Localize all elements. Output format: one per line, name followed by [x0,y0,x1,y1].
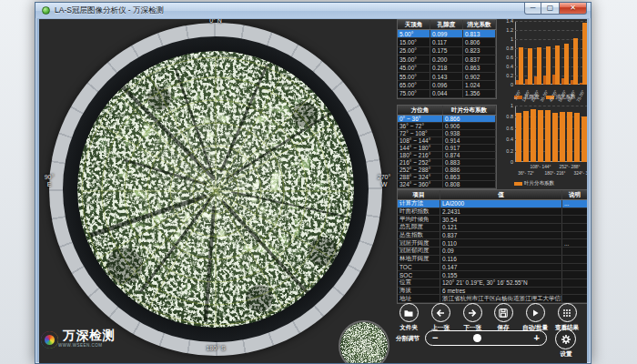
table-row[interactable]: 36° ~ 72°0.906 [398,123,496,130]
close-button[interactable]: ✕ [559,3,587,15]
table-row[interactable]: 位置120° 21' 0.19"E, 30° 16' 52.55"N [398,279,587,288]
brand-logo: 万深检测 WWW.WSEEN.COM [41,329,116,349]
bar [581,116,586,162]
column-header[interactable]: 值 [440,190,562,199]
table-cell: 平均叶倾角 [398,216,440,223]
table-row[interactable]: 林地开阔度0.116 [398,256,587,264]
table-cell: 0.938 [443,130,496,136]
y-tick-label: 1 [503,103,513,108]
table-row[interactable]: 216° ~ 252°0.883 [398,159,496,167]
table-row[interactable]: 地址浙江省杭州市江干区白杨街道浙江理工大学信勤南路 [398,295,587,303]
bar [519,47,523,85]
table-row[interactable]: 冠层开阔度0.110... [398,239,587,248]
table-row[interactable]: 总孔隙度0.121 [398,224,587,232]
table-cell: 0.837 [463,56,496,63]
slider-minus[interactable]: − [432,331,438,344]
table-cell: 0.121 [440,224,562,231]
y-tick-label: 1 [503,36,513,42]
table-cell: 0.096 [430,81,463,88]
table-cell [562,279,587,287]
table-row[interactable]: SOC0.155 [398,271,587,279]
table-row[interactable]: 叶面积指数2.2431 [398,208,587,217]
bar [516,113,521,162]
table-cell: 5.00° [398,30,430,37]
minimize-button[interactable]: ─ [524,3,541,15]
table-row[interactable]: 冠层郁闭度0.09 [398,248,587,256]
fisheye-canopy-image[interactable] [77,51,354,328]
table-cell: 0.200 [430,56,463,63]
slider-handle[interactable] [473,334,481,342]
column-header[interactable]: 说明 [562,190,587,199]
save-button[interactable]: 保存 [488,303,519,332]
azimuth-table: 方位角叶片分布系数0° ~ 36°0.86636° ~ 72°0.90672° … [397,105,497,189]
y-tick-label: 0.2 [503,73,513,78]
table-row[interactable]: 72° ~ 108°0.938 [398,130,496,137]
table-cell [562,264,587,271]
parameters-table: 项目值说明计算方法LAI2000...叶面积指数2.2431平均叶倾角30.54… [397,189,587,304]
x-tick-label: 324°- 360° [574,171,587,176]
table-row[interactable]: 288° ~ 324°0.863 [398,174,496,181]
slider-label: 分割调节 [396,335,420,343]
table-row[interactable]: 65.00°0.0961.024 [398,81,496,89]
table-row[interactable]: 15.00°0.1170.806 [398,38,496,46]
table-cell: 叶面积指数 [398,208,440,216]
table-cell: 0.806 [463,38,496,46]
titlebar[interactable]: LA-S冠层图像分析仪 - 万深检测 ─ ▢ ✕ [35,3,591,18]
column-header[interactable]: 消光系数 [463,20,496,29]
table-row[interactable]: 55.00°0.1430.902 [398,73,496,81]
table-row[interactable]: 252° ~ 288°0.886 [398,167,496,174]
table-row[interactable]: 144° ~ 180°0.917 [398,145,496,152]
table-cell: 0.863 [443,174,496,180]
previous-button[interactable]: 上一张 [425,303,456,332]
table-row[interactable]: 75.00°0.0441.356 [398,90,496,98]
table-row[interactable]: 108° ~ 144°0.914 [398,137,496,145]
bar [546,46,551,85]
settings-button[interactable] [555,329,576,349]
table-row[interactable]: 0° ~ 36°0.866 [398,116,496,123]
column-header[interactable]: 方位角 [398,106,443,115]
table-cell: 55.00° [398,73,430,80]
table-cell: 冠层开阔度 [398,239,440,247]
table-row[interactable]: 5.00°0.0990.813 [398,30,496,38]
compass-label-east: 90°E [39,174,63,188]
auto-batch-button[interactable]: 自动/批量 [520,303,551,332]
table-row[interactable]: 35.00°0.2000.837 [398,56,496,64]
y-tick-label: 0.6 [503,126,513,131]
table-row[interactable]: 海拔6 metres [398,288,587,296]
column-header[interactable]: 孔隙度 [430,20,463,29]
folder-icon [399,303,419,322]
table-cell: 0.09 [440,248,562,255]
table-row[interactable]: 丛生指数0.837 [398,232,587,240]
table-cell: 324° ~ 360° [398,181,443,187]
table-row[interactable]: 25.00°0.1750.823 [398,47,496,56]
table-cell: 0.099 [430,30,463,37]
preview-thumbnail[interactable] [339,320,389,363]
arrow-right-icon [463,303,482,322]
table-cell: 15.00° [398,38,430,46]
legend-swatch [514,182,522,186]
table-row[interactable]: 180° ~ 216°0.874 [398,152,496,159]
desktop: LA-S冠层图像分析仪 - 万深检测 ─ ▢ ✕ [0,0,637,364]
slider-plus[interactable]: + [534,331,540,344]
maximize-button[interactable]: ▢ [541,3,559,15]
y-tick-label: 0.8 [503,114,513,119]
table-cell: 0° ~ 36° [398,116,443,122]
column-header[interactable]: 天顶角 [398,20,430,29]
table-cell: 冠层郁闭度 [398,248,440,255]
table-cell: 0.902 [463,73,496,80]
column-header[interactable]: 项目 [398,190,440,199]
column-header[interactable]: 叶片分布系数 [443,106,496,115]
table-row[interactable]: 平均叶倾角30.54 [398,216,587,224]
table-row[interactable]: 45.00°0.2180.863 [398,65,496,73]
table-row[interactable]: 计算方法LAI2000... [398,200,587,208]
bar [537,47,541,85]
folder-button[interactable]: 文件夹 [393,303,424,332]
table-row[interactable]: TOC0.147 [398,264,587,272]
table-cell: TOC [398,264,440,271]
segmentation-slider[interactable]: − + [425,330,547,346]
next-button[interactable]: 下一张 [457,303,488,332]
table-row[interactable]: 324° ~ 360°0.808 [398,181,496,188]
y-tick-label: 0.2 [503,148,513,154]
table-header-row: 天顶角孔隙度消光系数 [398,20,496,30]
legend-label: 叶片分布系数 [524,180,554,187]
